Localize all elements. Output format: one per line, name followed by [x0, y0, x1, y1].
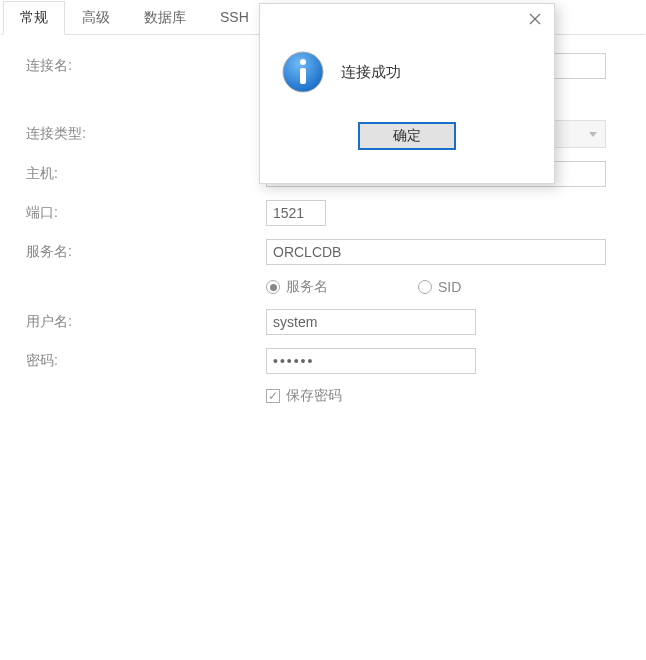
- label-connection-type: 连接类型:: [26, 125, 266, 143]
- radio-service-name-label: 服务名: [286, 278, 328, 296]
- close-button[interactable]: [526, 10, 544, 28]
- port-input[interactable]: [266, 200, 326, 226]
- check-icon: ✓: [268, 390, 278, 402]
- label-host: 主机:: [26, 165, 266, 183]
- label-port: 端口:: [26, 204, 266, 222]
- ok-button[interactable]: 确定: [358, 122, 456, 150]
- label-username: 用户名:: [26, 313, 266, 331]
- tab-ssh[interactable]: SSH: [203, 1, 266, 34]
- tab-general[interactable]: 常规: [3, 1, 65, 35]
- dialog-root: 常规 高级 数据库 SSH 连接名: 连接类型: 主机:: [0, 0, 646, 660]
- modal-message: 连接成功: [341, 63, 401, 82]
- tab-advanced[interactable]: 高级: [65, 1, 127, 34]
- label-connection-name: 连接名:: [26, 57, 266, 75]
- svg-rect-4: [300, 68, 306, 84]
- modal-body: 连接成功: [260, 34, 554, 100]
- username-input[interactable]: [266, 309, 476, 335]
- save-password-label: 保存密码: [286, 387, 342, 405]
- message-dialog: 连接成功 确定: [259, 3, 555, 184]
- info-icon: [280, 49, 326, 95]
- password-input[interactable]: [266, 348, 476, 374]
- close-icon: [529, 13, 541, 25]
- radio-sid-circle: [418, 280, 432, 294]
- tab-database[interactable]: 数据库: [127, 1, 203, 34]
- checkbox-box: ✓: [266, 389, 280, 403]
- svg-point-3: [300, 59, 306, 65]
- chevron-down-icon: [589, 132, 597, 137]
- radio-service-name-circle: [266, 280, 280, 294]
- radio-sid-label: SID: [438, 279, 461, 295]
- modal-buttons: 确定: [260, 100, 554, 150]
- modal-title-bar: [260, 4, 554, 34]
- service-name-input[interactable]: [266, 239, 606, 265]
- label-password: 密码:: [26, 352, 266, 370]
- label-service-name: 服务名:: [26, 243, 266, 261]
- save-password-checkbox[interactable]: ✓ 保存密码: [266, 387, 620, 405]
- radio-sid[interactable]: SID: [418, 279, 461, 295]
- radio-service-name[interactable]: 服务名: [266, 278, 328, 296]
